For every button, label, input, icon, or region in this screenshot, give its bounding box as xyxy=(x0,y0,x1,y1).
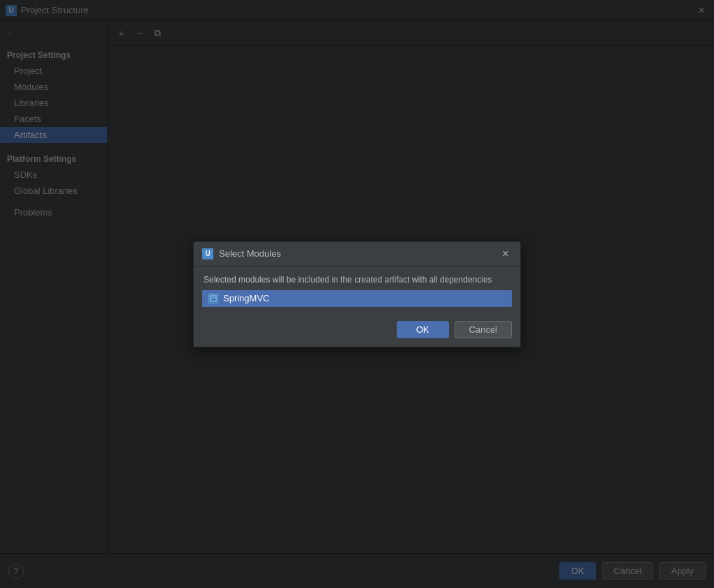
module-list-item[interactable]: SpringMVC xyxy=(202,290,512,307)
modal-close-button[interactable]: × xyxy=(499,248,512,260)
modal-description: Selected modules will be included in the… xyxy=(202,275,512,285)
module-name: SpringMVC xyxy=(223,293,269,303)
module-icon-img xyxy=(208,294,218,303)
modal-title: Select Modules xyxy=(219,248,499,259)
modal-title-bar: U Select Modules × xyxy=(194,242,520,266)
module-icon xyxy=(208,293,219,304)
select-modules-modal: U Select Modules × Selected modules will… xyxy=(193,241,521,347)
modal-cancel-button[interactable]: Cancel xyxy=(455,321,512,338)
modal-overlay: U Select Modules × Selected modules will… xyxy=(0,0,714,588)
modal-app-icon: U xyxy=(202,248,213,259)
modal-footer: OK Cancel xyxy=(194,315,520,347)
svg-rect-0 xyxy=(211,296,216,301)
modal-body: Selected modules will be included in the… xyxy=(194,266,520,315)
module-svg-icon xyxy=(210,295,217,302)
modal-ok-button[interactable]: OK xyxy=(397,321,449,338)
